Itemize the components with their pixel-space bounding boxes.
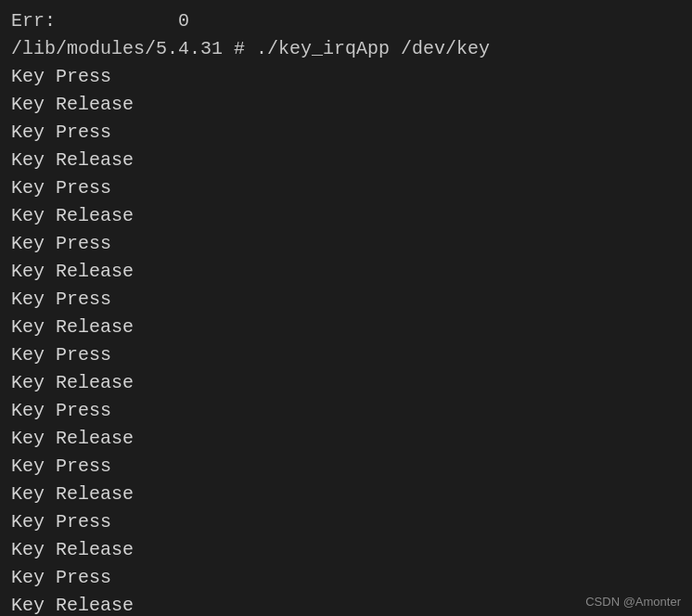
terminal-line-line-1: Key Press [11, 63, 681, 91]
terminal-line-line-14: Key Release [11, 425, 681, 453]
terminal-line-line-13: Key Press [11, 397, 681, 425]
terminal-line-line-9: Key Press [11, 286, 681, 314]
terminal-line-line-2: Key Release [11, 91, 681, 119]
terminal-line-line-16: Key Release [11, 481, 681, 508]
terminal-line-line-18: Key Release [11, 536, 681, 564]
terminal-line-line-5: Key Press [11, 174, 681, 202]
terminal-line-line-17: Key Press [11, 508, 681, 536]
terminal-line-line-19: Key Press [11, 564, 681, 592]
terminal-line-line-8: Key Release [11, 258, 681, 286]
terminal-line-line-11: Key Press [11, 341, 681, 369]
terminal-line-line-6: Key Release [11, 202, 681, 230]
terminal-line-cmd-line: /lib/modules/5.4.31 # ./key_irqApp /dev/… [11, 35, 681, 63]
terminal-line-line-20: Key Release [11, 592, 681, 616]
terminal-line-line-3: Key Press [11, 119, 681, 147]
terminal-line-line-7: Key Press [11, 230, 681, 258]
terminal-line-line-10: Key Release [11, 314, 681, 341]
terminal-line-line-4: Key Release [11, 147, 681, 174]
terminal-line-err-line: Err: 0 [11, 7, 681, 35]
terminal: Err: 0/lib/modules/5.4.31 # ./key_irqApp… [0, 0, 692, 616]
watermark: CSDN @Amonter [585, 595, 681, 609]
terminal-line-line-15: Key Press [11, 453, 681, 481]
terminal-line-line-12: Key Release [11, 369, 681, 397]
